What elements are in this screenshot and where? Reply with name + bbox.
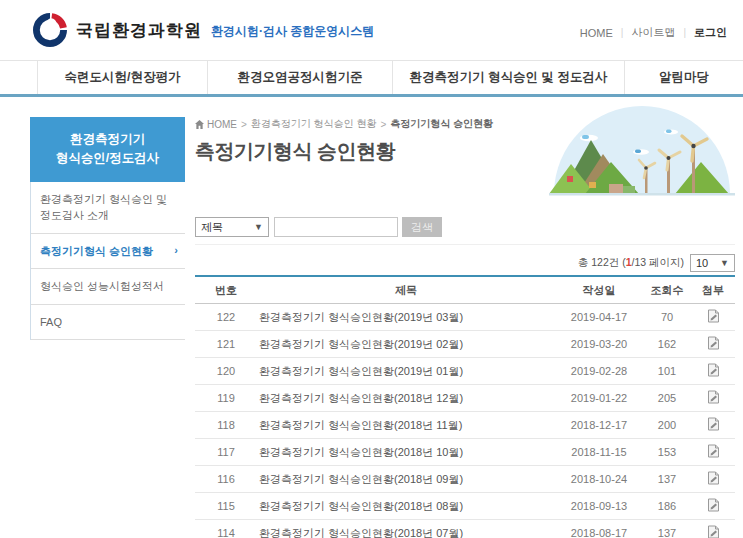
row-views: 205 <box>643 385 691 412</box>
row-views: 186 <box>643 493 691 520</box>
sidebar-item-intro[interactable]: 환경측정기기 형식승인 및 정도검사 소개 <box>31 182 185 234</box>
row-title-link[interactable]: 환경측정기기 형식승인현황(2019년 01월) <box>257 358 555 385</box>
row-date: 2019-04-17 <box>555 304 643 331</box>
government-logo-icon <box>33 13 67 47</box>
attachment-icon[interactable] <box>707 498 720 512</box>
breadcrumb-item: 측정기기형식 승인현황 <box>390 117 493 131</box>
sidebar-title: 환경측정기기 형식승인/정도검사 <box>30 117 185 182</box>
page-size-select[interactable]: 10 ▼ <box>690 254 735 272</box>
table-row: 116 환경측정기기 형식승인현황(2018년 09월) 2018-10-24 … <box>195 466 735 493</box>
logo[interactable]: 국립환경과학원 환경시험·검사 종합운영시스템 <box>33 13 374 47</box>
table-row: 120 환경측정기기 형식승인현황(2019년 01월) 2019-02-28 … <box>195 358 735 385</box>
attachment-icon[interactable] <box>707 471 720 485</box>
sidebar: 환경측정기기 형식승인/정도검사 환경측정기기 형식승인 및 정도검사 소개측정… <box>30 117 185 538</box>
search-button[interactable]: 검색 <box>402 217 442 237</box>
row-date: 2018-10-24 <box>555 466 643 493</box>
table-row: 122 환경측정기기 형식승인현황(2019년 03월) 2019-04-17 … <box>195 304 735 331</box>
row-views: 101 <box>643 358 691 385</box>
row-title-link[interactable]: 환경측정기기 형식승인현황(2018년 11월) <box>257 412 555 439</box>
row-date: 2019-02-28 <box>555 358 643 385</box>
site-name: 국립환경과학원 <box>76 19 202 42</box>
attachment-icon[interactable] <box>707 309 720 323</box>
breadcrumb: HOME>환경측정기기 형식승인 현황>측정기기형식 승인현황 <box>195 117 735 131</box>
row-date: 2018-09-13 <box>555 493 643 520</box>
col-date: 작성일 <box>555 276 643 304</box>
system-name: 환경시험·검사 종합운영시스템 <box>211 23 374 40</box>
row-views: 137 <box>643 520 691 538</box>
row-number: 120 <box>195 358 257 385</box>
board-table: 번호 제목 작성일 조회수 첨부 122 환경측정기기 형식승인현황(2019년… <box>195 275 735 538</box>
row-number: 114 <box>195 520 257 538</box>
table-header-row: 번호 제목 작성일 조회수 첨부 <box>195 276 735 304</box>
search-input[interactable] <box>274 217 398 237</box>
separator: > <box>380 119 386 130</box>
breadcrumb-item[interactable]: HOME <box>207 119 237 130</box>
chevron-down-icon: ▼ <box>720 258 729 268</box>
nav-item-notice[interactable]: 알림마당 <box>625 61 743 94</box>
page-size-value: 10 <box>696 257 708 269</box>
row-number: 119 <box>195 385 257 412</box>
row-number: 118 <box>195 412 257 439</box>
main-content: HOME>환경측정기기 형식승인 현황>측정기기형식 승인현황 측정기기형식 승… <box>195 117 735 538</box>
row-number: 117 <box>195 439 257 466</box>
row-title-link[interactable]: 환경측정기기 형식승인현황(2019년 03월) <box>257 304 555 331</box>
row-title-link[interactable]: 환경측정기기 형식승인현황(2018년 07월) <box>257 520 555 538</box>
row-title-link[interactable]: 환경측정기기 형식승인현황(2018년 12월) <box>257 385 555 412</box>
content-area: 환경측정기기 형식승인/정도검사 환경측정기기 형식승인 및 정도검사 소개측정… <box>0 97 743 538</box>
row-views: 70 <box>643 304 691 331</box>
list-info: 총 122건 (1/13 페이지) 10 ▼ <box>195 254 735 272</box>
separator: | <box>683 27 686 38</box>
row-views: 153 <box>643 439 691 466</box>
site-header: 국립환경과학원 환경시험·검사 종합운영시스템 HOME|사이트맵|로그인 <box>0 0 743 60</box>
table-row: 115 환경측정기기 형식승인현황(2018년 08월) 2018-09-13 … <box>195 493 735 520</box>
table-row: 121 환경측정기기 형식승인현황(2019년 02월) 2019-03-20 … <box>195 331 735 358</box>
utility-nav: HOME|사이트맵|로그인 <box>580 25 727 40</box>
sidebar-menu: 환경측정기기 형식승인 및 정도검사 소개측정기기형식 승인현황›형식승인 성능… <box>30 182 185 341</box>
utility-link-home[interactable]: HOME <box>580 27 613 39</box>
utility-link-sitemap[interactable]: 사이트맵 <box>631 25 675 40</box>
sidebar-item-approval-status[interactable]: 측정기기형식 승인현황› <box>31 234 185 270</box>
row-title-link[interactable]: 환경측정기기 형식승인현황(2018년 10월) <box>257 439 555 466</box>
sidebar-item-faq[interactable]: FAQ <box>31 305 185 341</box>
col-attachment: 첨부 <box>691 276 735 304</box>
search-category-value: 제목 <box>201 220 223 235</box>
row-title-link[interactable]: 환경측정기기 형식승인현황(2018년 08월) <box>257 493 555 520</box>
row-date: 2019-03-20 <box>555 331 643 358</box>
nav-item-proficiency-test[interactable]: 숙련도시험/현장평가 <box>38 61 208 94</box>
row-date: 2018-12-17 <box>555 412 643 439</box>
total-count: 총 122건 (1/13 페이지) <box>578 256 684 270</box>
table-row: 117 환경측정기기 형식승인현황(2018년 10월) 2018-11-15 … <box>195 439 735 466</box>
attachment-icon[interactable] <box>707 444 720 458</box>
separator: | <box>621 27 624 38</box>
row-views: 162 <box>643 331 691 358</box>
row-date: 2019-01-22 <box>555 385 643 412</box>
chevron-down-icon: ▼ <box>254 222 263 232</box>
row-views: 200 <box>643 412 691 439</box>
attachment-icon[interactable] <box>707 390 720 404</box>
row-title-link[interactable]: 환경측정기기 형식승인현황(2018년 09월) <box>257 466 555 493</box>
col-title: 제목 <box>257 276 555 304</box>
sidebar-item-performance-report[interactable]: 형식승인 성능시험성적서 <box>31 269 185 305</box>
attachment-icon[interactable] <box>707 417 720 431</box>
row-date: 2018-11-15 <box>555 439 643 466</box>
attachment-icon[interactable] <box>707 336 720 350</box>
search-category-select[interactable]: 제목 ▼ <box>195 217 269 237</box>
nav-item-pollution-test-standard[interactable]: 환경오염공정시험기준 <box>208 61 393 94</box>
breadcrumb-item[interactable]: 환경측정기기 형식승인 현황 <box>251 117 377 131</box>
attachment-icon[interactable] <box>707 525 720 538</box>
row-number: 116 <box>195 466 257 493</box>
table-row: 118 환경측정기기 형식승인현황(2018년 11월) 2018-12-17 … <box>195 412 735 439</box>
table-row: 119 환경측정기기 형식승인현황(2018년 12월) 2019-01-22 … <box>195 385 735 412</box>
row-views: 137 <box>643 466 691 493</box>
home-icon <box>195 120 204 129</box>
nav-item-type-approval[interactable]: 환경측정기기 형식승인 및 정도검사 <box>393 61 625 94</box>
row-date: 2018-08-17 <box>555 520 643 538</box>
main-nav: 숙련도시험/현장평가환경오염공정시험기준환경측정기기 형식승인 및 정도검사알림… <box>0 60 743 97</box>
row-number: 122 <box>195 304 257 331</box>
chevron-right-icon: › <box>174 242 178 259</box>
row-title-link[interactable]: 환경측정기기 형식승인현황(2019년 02월) <box>257 331 555 358</box>
page-title: 측정기기형식 승인현황 <box>195 138 735 165</box>
attachment-icon[interactable] <box>707 363 720 377</box>
col-number: 번호 <box>195 276 257 304</box>
utility-link-login[interactable]: 로그인 <box>694 25 727 40</box>
